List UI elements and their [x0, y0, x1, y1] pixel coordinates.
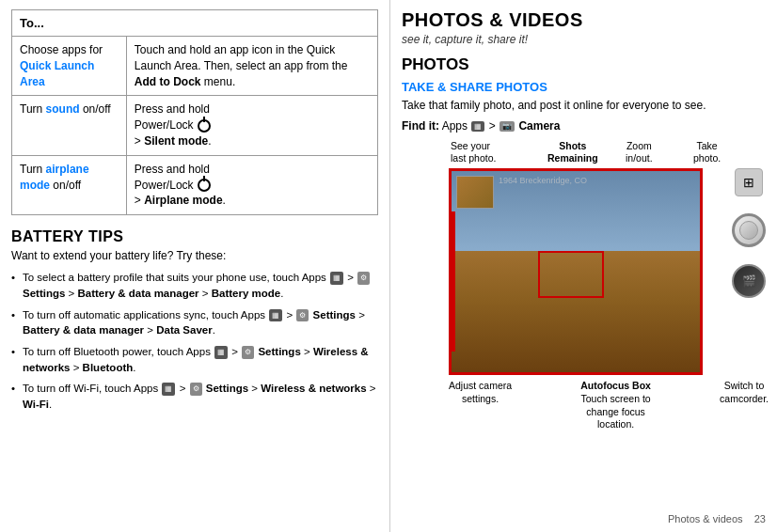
power-lock-icon-2 — [198, 179, 211, 192]
airplane-mode-link[interactable]: airplane mode — [20, 163, 89, 192]
table-cell-instruction: Touch and hold an app icon in the Quick … — [126, 37, 377, 96]
footer-text: Photos & videos — [668, 513, 743, 524]
power-lock-icon — [198, 119, 211, 133]
zoom-label: Zoom in/out. — [626, 140, 653, 165]
wifi-text: Wi-Fi — [23, 399, 49, 410]
settings-text: Settings — [23, 288, 65, 299]
find-it-label: Find it: — [402, 119, 439, 133]
list-item: To select a battery profile that suits y… — [11, 270, 378, 301]
photos-videos-title: PHOTOS & VIDEOS — [402, 9, 766, 31]
battery-mode-text: Battery mode — [212, 288, 281, 299]
settings-text-2: Settings — [313, 309, 356, 321]
camera-diagram: See your last photo. Shots Remaining Zoo… — [402, 140, 769, 431]
table-cell-instruction: Press and hold Power/Lock > Airplane mod… — [126, 155, 377, 214]
settings-icon: ⚙ — [357, 272, 370, 285]
camera-controls: ⊞ 🎬 — [729, 168, 769, 298]
switch-camcorder-label: Switch to camcorder. — [720, 380, 769, 431]
airplane-mode-text: Airplane mode — [144, 194, 222, 207]
right-panel: PHOTOS & VIDEOS see it, capture it, shar… — [390, 0, 777, 532]
table-header: To... — [12, 10, 378, 37]
zoom-button[interactable]: ⊞ — [735, 168, 763, 196]
table-row: Turn airplane mode on/off Press and hold… — [12, 155, 378, 214]
thumbnail — [456, 176, 494, 209]
bluetooth-text: Bluetooth — [83, 362, 134, 373]
autofocus-label: Autofocus Box Touch screen to change foc… — [569, 380, 663, 431]
battery-data-manager-text-2: Battery & data manager — [23, 324, 144, 336]
take-photo-label: Take photo. — [693, 140, 721, 165]
find-it: Find it: Apps ▦ > 📷 Camera — [402, 119, 766, 133]
camera-label: Camera — [518, 119, 560, 133]
settings-text-4: Settings — [206, 383, 248, 394]
settings-icon-2: ⚙ — [296, 309, 309, 322]
settings-icon-3: ⚙ — [242, 346, 254, 359]
battery-tips-section: BATTERY TIPS Want to extend your battery… — [11, 228, 378, 412]
tips-table: To... Choose apps for Quick Launch Area … — [11, 9, 378, 215]
apps-icon-camera: ▦ — [471, 121, 484, 132]
take-share-title: TAKE & SHARE PHOTOS — [402, 80, 766, 94]
page-footer: Photos & videos 23 — [668, 513, 766, 524]
add-to-dock-text: Add to Dock — [135, 75, 201, 88]
wireless-networks-text: Wireless & networks — [23, 346, 369, 373]
sound-link[interactable]: sound — [46, 102, 80, 116]
table-cell-instruction: Press and hold Power/Lock > Silent mode. — [126, 96, 377, 155]
settings-icon-4: ⚙ — [190, 383, 202, 396]
battery-data-manager-text: Battery & data manager — [77, 288, 198, 299]
apps-icon-4: ▦ — [162, 383, 175, 396]
table-row: Choose apps for Quick Launch Area Touch … — [12, 37, 378, 96]
touch-apps-text: touch Apps — [273, 272, 326, 283]
apps-icon: ▦ — [330, 272, 343, 285]
list-item: To turn off Wi-Fi, touch Apps ▦ > ⚙ Sett… — [11, 381, 378, 412]
table-cell-action: Choose apps for Quick Launch Area — [12, 37, 127, 96]
shutter-button[interactable] — [732, 213, 766, 247]
photos-videos-subtitle: see it, capture it, share it! — [402, 33, 766, 46]
camera-image: 1964 Breckenridge, CO — [449, 168, 703, 375]
see-your-label: See your last photo. — [451, 140, 496, 165]
table-row: Turn sound on/off Press and hold Power/L… — [12, 96, 378, 155]
silent-mode-text: Silent mode — [144, 134, 208, 148]
list-item: To turn off automatic applications sync,… — [11, 307, 378, 338]
data-saver-text: Data Saver — [156, 324, 212, 336]
list-item: To turn off Bluetooth power, touch Apps … — [11, 344, 378, 375]
adjust-camera-label: Adjust camera settings. — [449, 380, 512, 431]
quick-launch-link[interactable]: Quick Launch Area — [20, 59, 94, 88]
press-hold-text: Press and hold — [135, 102, 210, 116]
battery-list: To select a battery profile that suits y… — [11, 270, 378, 412]
camera-icon: 📷 — [500, 121, 515, 132]
battery-tips-title: BATTERY TIPS — [11, 228, 378, 245]
focus-box — [538, 251, 604, 298]
shots-remaining-label: Shots Remaining — [547, 140, 598, 165]
bottom-labels: Adjust camera settings. Autofocus Box To… — [449, 380, 769, 431]
table-cell-action: Turn sound on/off — [12, 96, 127, 155]
photos-title: PHOTOS — [402, 55, 766, 74]
watermark-text: 1964 Breckenridge, CO — [499, 176, 587, 185]
left-panel: To... Choose apps for Quick Launch Area … — [0, 0, 390, 532]
apps-icon-3: ▦ — [214, 346, 228, 359]
table-cell-action: Turn airplane mode on/off — [12, 155, 127, 214]
battery-subtitle: Want to extend your battery life? Try th… — [11, 249, 378, 262]
red-line — [452, 211, 455, 352]
wireless-networks-text-2: Wireless & networks — [261, 383, 366, 394]
apps-icon-2: ▦ — [269, 309, 282, 322]
camcorder-button[interactable]: 🎬 — [732, 264, 766, 298]
shutter-inner — [739, 221, 758, 240]
settings-text-3: Settings — [258, 346, 300, 357]
page-number: 23 — [754, 513, 766, 524]
take-share-desc: Take that family photo, and post it onli… — [402, 98, 766, 114]
